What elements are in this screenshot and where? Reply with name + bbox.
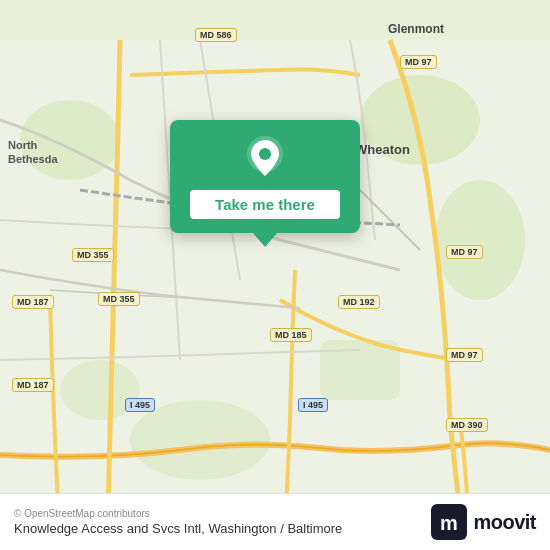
svg-point-8 — [259, 148, 271, 160]
wheaton-label: Wheaton — [355, 142, 410, 157]
road-badge-md192: MD 192 — [338, 295, 380, 309]
road-badge-md97-top: MD 97 — [400, 55, 437, 69]
moovit-icon-svg: m — [431, 504, 467, 540]
road-badge-md355-top: MD 355 — [72, 248, 114, 262]
road-badge-md97-mid: MD 97 — [446, 245, 483, 259]
popup-card: Take me there — [170, 120, 360, 233]
road-badge-md586: MD 586 — [195, 28, 237, 42]
bottom-bar: © OpenStreetMap contributors Knowledge A… — [0, 493, 550, 550]
road-badge-md185: MD 185 — [270, 328, 312, 342]
map-container: Glenmont Wheaton NorthBethesda MD 586 MD… — [0, 0, 550, 550]
svg-point-2 — [435, 180, 525, 300]
road-badge-md355-mid: MD 355 — [98, 292, 140, 306]
road-badge-md390: MD 390 — [446, 418, 488, 432]
bottom-info: © OpenStreetMap contributors Knowledge A… — [14, 508, 342, 536]
glenmont-label: Glenmont — [388, 22, 444, 36]
road-badge-md97-bot: MD 97 — [446, 348, 483, 362]
location-name: Knowledge Access and Svcs Intl, Washingt… — [14, 521, 342, 536]
svg-text:m: m — [441, 512, 459, 534]
road-badge-i495-right: I 495 — [298, 398, 328, 412]
moovit-logo: m moovit — [431, 504, 536, 540]
svg-point-5 — [130, 400, 270, 480]
copyright-text: © OpenStreetMap contributors — [14, 508, 342, 519]
north-bethesda-label: NorthBethesda — [8, 138, 58, 167]
road-badge-md187-top: MD 187 — [12, 295, 54, 309]
road-badge-i495-left: I 495 — [125, 398, 155, 412]
take-me-there-button[interactable]: Take me there — [190, 190, 340, 219]
moovit-text: moovit — [473, 511, 536, 534]
road-badge-md187-bot: MD 187 — [12, 378, 54, 392]
map-svg — [0, 0, 550, 550]
pin-icon — [243, 136, 287, 180]
